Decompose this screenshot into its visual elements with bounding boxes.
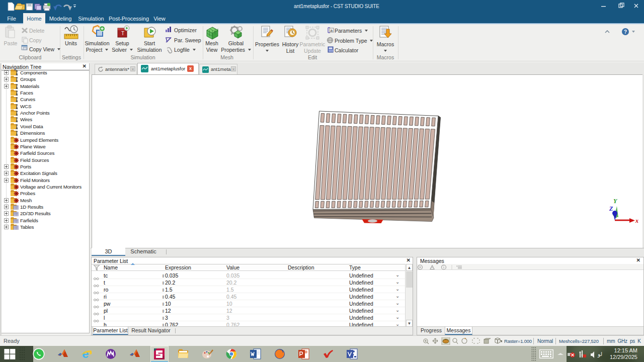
svg-text:Y: Y [613, 198, 618, 205]
svg-text:a: a [331, 28, 333, 33]
svg-text:T: T [121, 31, 124, 36]
svg-text:?: ? [624, 29, 627, 35]
svg-text:Z: Z [609, 205, 613, 212]
svg-text:x: x [635, 217, 638, 224]
